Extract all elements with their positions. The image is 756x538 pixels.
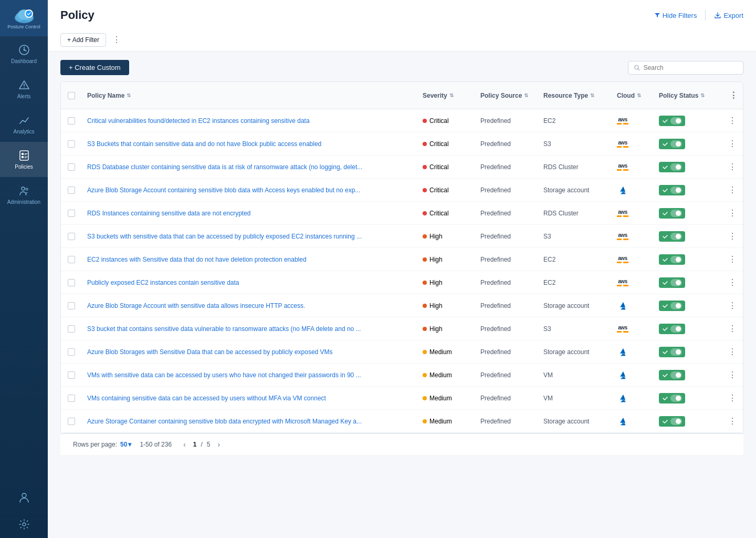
td-checkbox[interactable] bbox=[61, 389, 82, 407]
row-checkbox-6[interactable] bbox=[68, 256, 75, 263]
td-checkbox[interactable] bbox=[61, 297, 82, 315]
td-checkbox[interactable] bbox=[61, 274, 82, 292]
th-resource-type[interactable]: Resource Type ⇅ bbox=[538, 86, 612, 106]
row-checkbox-10[interactable] bbox=[68, 348, 75, 356]
policy-link-7[interactable]: Publicly exposed EC2 instances contain s… bbox=[87, 279, 239, 286]
sidebar-item-analytics[interactable]: Analytics bbox=[0, 107, 48, 142]
more-filters-button[interactable]: ⋮ bbox=[110, 33, 123, 47]
status-toggle-10[interactable] bbox=[659, 347, 685, 357]
row-actions-button-9[interactable]: ⋮ bbox=[725, 323, 740, 335]
td-checkbox[interactable] bbox=[61, 227, 82, 245]
th-policy-source[interactable]: Policy Source ⇅ bbox=[475, 86, 538, 106]
export-button[interactable]: Export bbox=[714, 12, 743, 19]
search-input[interactable] bbox=[644, 64, 738, 71]
status-toggle-11[interactable] bbox=[659, 370, 685, 380]
sidebar-item-administration[interactable]: Administration bbox=[0, 177, 48, 212]
hide-filters-button[interactable]: Hide Filters bbox=[654, 12, 697, 19]
row-checkbox-7[interactable] bbox=[68, 279, 75, 286]
create-custom-button[interactable]: + Create Custom bbox=[60, 60, 129, 75]
policy-link-3[interactable]: Azure Blob Storage Account containing se… bbox=[87, 187, 360, 194]
select-all-checkbox[interactable] bbox=[68, 92, 75, 99]
td-checkbox[interactable] bbox=[61, 135, 82, 153]
row-checkbox-8[interactable] bbox=[68, 302, 75, 309]
row-actions-button-7[interactable]: ⋮ bbox=[725, 276, 740, 288]
row-actions-button-8[interactable]: ⋮ bbox=[725, 299, 740, 312]
status-toggle-8[interactable] bbox=[659, 301, 685, 311]
policy-link-1[interactable]: S3 Buckets that contain sensitive data a… bbox=[87, 140, 321, 148]
row-actions-button-2[interactable]: ⋮ bbox=[725, 161, 740, 173]
td-checkbox[interactable] bbox=[61, 412, 82, 430]
sidebar-item-alerts[interactable]: Alerts bbox=[0, 71, 48, 107]
policy-link-9[interactable]: S3 bucket that contains sensitive data v… bbox=[87, 325, 361, 333]
policy-link-13[interactable]: Azure Storage Container containing sensi… bbox=[87, 418, 362, 425]
td-checkbox[interactable] bbox=[61, 251, 82, 268]
policy-link-12[interactable]: VMs containing sensitive data can be acc… bbox=[87, 395, 326, 402]
row-actions-button-6[interactable]: ⋮ bbox=[725, 253, 740, 265]
row-checkbox-12[interactable] bbox=[68, 395, 75, 402]
policy-link-11[interactable]: VMs with sensitive data can be accessed … bbox=[87, 371, 361, 379]
row-actions-button-4[interactable]: ⋮ bbox=[725, 207, 740, 219]
sidebar-item-user[interactable] bbox=[0, 483, 48, 511]
column-options-icon[interactable]: ⋮ bbox=[727, 88, 740, 102]
row-checkbox-13[interactable] bbox=[68, 418, 75, 425]
td-checkbox[interactable] bbox=[61, 366, 82, 384]
sidebar-item-dashboard[interactable]: Dashboard bbox=[0, 36, 48, 71]
row-actions-button-10[interactable]: ⋮ bbox=[725, 346, 740, 358]
td-checkbox[interactable] bbox=[61, 112, 82, 130]
sidebar-item-settings[interactable] bbox=[0, 511, 48, 538]
status-toggle-5[interactable] bbox=[659, 231, 685, 242]
td-checkbox[interactable] bbox=[61, 158, 82, 176]
status-toggle-2[interactable] bbox=[659, 162, 685, 172]
policy-link-0[interactable]: Critical vulnerabilities found/detected … bbox=[87, 117, 310, 125]
row-actions-button-13[interactable]: ⋮ bbox=[725, 415, 740, 427]
status-toggle-9[interactable] bbox=[659, 324, 685, 334]
status-toggle-4[interactable] bbox=[659, 208, 685, 219]
th-severity[interactable]: Severity ⇅ bbox=[417, 86, 475, 106]
status-toggle-7[interactable] bbox=[659, 277, 685, 288]
sidebar-item-policies[interactable]: Policies bbox=[0, 142, 48, 177]
row-actions-button-3[interactable]: ⋮ bbox=[725, 184, 740, 196]
row-actions-button-5[interactable]: ⋮ bbox=[725, 230, 740, 242]
row-actions-button-12[interactable]: ⋮ bbox=[725, 392, 740, 404]
td-checkbox[interactable] bbox=[61, 181, 82, 199]
row-checkbox-4[interactable] bbox=[68, 210, 75, 217]
row-checkbox-1[interactable] bbox=[68, 140, 75, 148]
next-page-button[interactable]: › bbox=[215, 439, 224, 450]
policy-link-8[interactable]: Azure Blob Storage Account with sensitiv… bbox=[87, 302, 305, 309]
td-checkbox[interactable] bbox=[61, 320, 82, 338]
td-checkbox[interactable] bbox=[61, 204, 82, 222]
policy-link-5[interactable]: S3 buckets with sensitive data that can … bbox=[87, 233, 362, 240]
status-toggle-6[interactable] bbox=[659, 254, 685, 265]
rows-per-page-select[interactable]: 50 ▾ bbox=[120, 441, 131, 448]
row-actions-button-11[interactable]: ⋮ bbox=[725, 369, 740, 381]
prev-page-button[interactable]: ‹ bbox=[180, 439, 189, 450]
azure-logo bbox=[617, 369, 628, 381]
td-policy-name-4: RDS Instances containing sensitive data … bbox=[82, 204, 417, 222]
policy-link-2[interactable]: RDS Database cluster containing sensitiv… bbox=[87, 163, 362, 171]
sidebar-logo[interactable]: Posture Control bbox=[0, 0, 48, 36]
th-checkbox[interactable] bbox=[61, 86, 82, 106]
th-cloud[interactable]: Cloud ⇅ bbox=[612, 86, 654, 106]
status-toggle-3[interactable] bbox=[659, 185, 685, 195]
policy-link-4[interactable]: RDS Instances containing sensitive data … bbox=[87, 210, 251, 217]
status-toggle-0[interactable] bbox=[659, 116, 685, 126]
row-checkbox-3[interactable] bbox=[68, 187, 75, 194]
add-filter-button[interactable]: + Add Filter bbox=[60, 33, 106, 47]
row-checkbox-11[interactable] bbox=[68, 371, 75, 379]
policy-link-6[interactable]: EC2 instances with Sensitive data that d… bbox=[87, 256, 307, 263]
status-toggle-1[interactable] bbox=[659, 139, 685, 149]
row-checkbox-2[interactable] bbox=[68, 163, 75, 171]
td-checkbox[interactable] bbox=[61, 343, 82, 361]
th-policy-status[interactable]: Policy Status ⇅ bbox=[654, 86, 722, 106]
pagination-bar: Rows per page: 50 ▾ 1-50 of 236 ‹ 1 / 5 … bbox=[60, 433, 743, 455]
row-checkbox-5[interactable] bbox=[68, 233, 75, 240]
row-actions-button-0[interactable]: ⋮ bbox=[725, 115, 740, 127]
row-actions-button-1[interactable]: ⋮ bbox=[725, 138, 740, 150]
th-policy-name[interactable]: Policy Name ⇅ bbox=[82, 86, 417, 106]
status-toggle-13[interactable] bbox=[659, 416, 685, 427]
row-checkbox-0[interactable] bbox=[68, 117, 75, 125]
policy-link-10[interactable]: Azure Blob Storages with Sensitive Data … bbox=[87, 348, 333, 356]
status-toggle-12[interactable] bbox=[659, 393, 685, 404]
td-actions-0: ⋮ bbox=[722, 109, 743, 132]
row-checkbox-9[interactable] bbox=[68, 325, 75, 333]
